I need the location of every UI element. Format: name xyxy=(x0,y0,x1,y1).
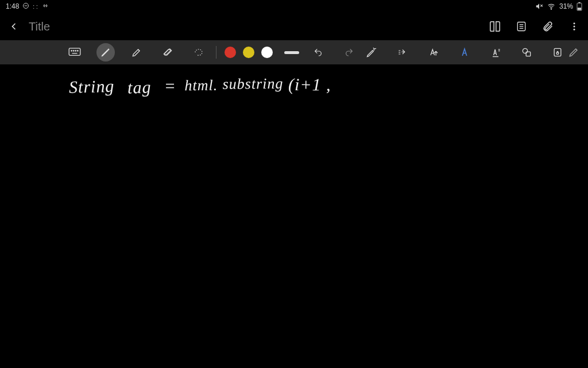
wifi-icon xyxy=(547,2,556,10)
title-bar: Title xyxy=(0,13,588,40)
mute-icon xyxy=(535,2,543,10)
color-group xyxy=(225,47,273,58)
battery-percent: 31% xyxy=(559,2,573,10)
text-format-button[interactable] xyxy=(486,43,505,62)
hw-word: String xyxy=(69,76,115,97)
status-left: 1:48 : : xyxy=(6,2,49,11)
shapes-button[interactable] xyxy=(517,43,536,62)
svg-point-13 xyxy=(574,26,575,28)
attachment-button[interactable] xyxy=(541,20,555,33)
svg-rect-15 xyxy=(69,48,80,55)
svg-point-17 xyxy=(74,51,74,51)
dnd-icon xyxy=(22,2,29,11)
color-yellow-button[interactable] xyxy=(243,47,254,58)
lasso-tool-button[interactable] xyxy=(189,43,208,62)
svg-point-19 xyxy=(78,51,78,51)
text-style-button[interactable] xyxy=(424,43,443,62)
clock: 1:48 xyxy=(6,2,19,10)
title-actions xyxy=(488,20,581,33)
hw-word: html. xyxy=(184,77,218,95)
svg-rect-7 xyxy=(578,7,581,10)
more-button[interactable] xyxy=(567,20,581,33)
tool-group-left xyxy=(65,43,208,62)
hw-word: substring xyxy=(223,75,284,93)
reader-mode-button[interactable] xyxy=(488,20,502,33)
history-group xyxy=(309,43,358,62)
svg-point-18 xyxy=(75,51,76,51)
status-right: 31% xyxy=(535,2,582,11)
drawing-canvas[interactable]: String tag = html. substring (i+1 , xyxy=(0,64,588,368)
title-left: Title xyxy=(7,20,50,33)
svg-point-16 xyxy=(71,51,72,51)
back-button[interactable] xyxy=(7,20,21,33)
svg-point-14 xyxy=(574,29,575,30)
highlighter-tool-button[interactable] xyxy=(127,43,146,62)
font-color-button[interactable] xyxy=(455,43,474,62)
stroke-width-button[interactable] xyxy=(284,51,299,54)
battery-icon xyxy=(577,2,582,11)
toolbar xyxy=(0,40,588,64)
color-red-button[interactable] xyxy=(225,47,236,58)
hw-word: (i+1 , xyxy=(288,75,331,95)
keyboard-button[interactable] xyxy=(65,43,84,62)
svg-rect-28 xyxy=(556,52,558,54)
edit-toolbar-button[interactable] xyxy=(567,43,580,62)
hw-word: tag xyxy=(127,77,151,97)
pen-tool-button[interactable] xyxy=(96,43,115,62)
svg-point-4 xyxy=(551,9,551,9)
convert-text-button[interactable] xyxy=(393,43,412,62)
svg-point-25 xyxy=(523,48,527,53)
redo-button[interactable] xyxy=(340,43,358,62)
pen-settings-button[interactable] xyxy=(362,43,381,62)
page-view-button[interactable] xyxy=(514,20,528,33)
note-title[interactable]: Title xyxy=(29,20,50,33)
status-dots-icon: : : xyxy=(33,3,37,10)
svg-rect-6 xyxy=(578,2,580,3)
status-bar: 1:48 : : 31% xyxy=(0,0,588,13)
svg-point-12 xyxy=(574,22,575,24)
eraser-tool-button[interactable] xyxy=(158,43,177,62)
undo-button[interactable] xyxy=(309,43,327,62)
link-icon xyxy=(41,2,49,11)
hw-word: = xyxy=(164,76,177,95)
lock-scroll-button[interactable] xyxy=(548,43,567,62)
style-group xyxy=(362,43,567,62)
toolbar-divider xyxy=(216,46,216,59)
color-white-button[interactable] xyxy=(261,47,273,58)
handwritten-text: String tag = html. substring (i+1 , xyxy=(69,74,331,95)
stroke-group xyxy=(284,51,299,54)
